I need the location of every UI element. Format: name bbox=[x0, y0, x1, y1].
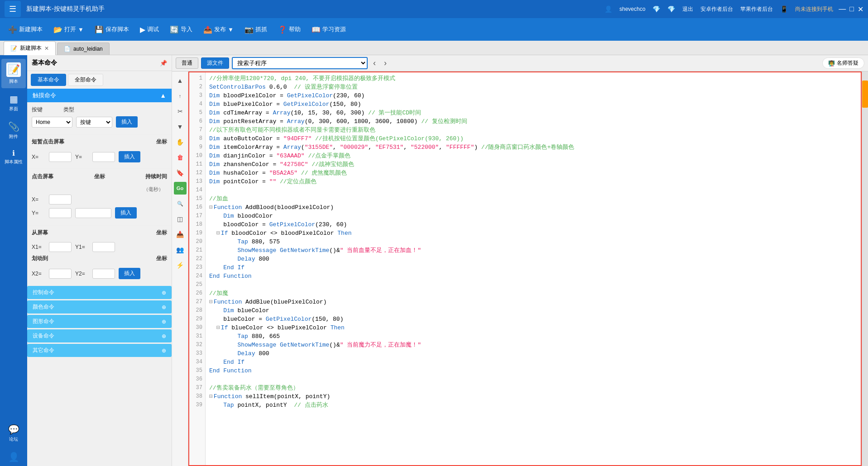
code-line-15: //加血 bbox=[209, 195, 857, 203]
code-line-34: End If bbox=[209, 358, 857, 366]
app-title: 新建脚本-按键精灵手机助手 bbox=[26, 5, 604, 13]
android-backstage-btn[interactable]: 安卓作者后台 bbox=[700, 5, 733, 13]
move-btn[interactable]: ✋ bbox=[174, 136, 187, 148]
code-line-12: Dim hushaColor = "B5A2A5" // 虎煞魔凯颜色 bbox=[209, 169, 857, 177]
swipe-y1-input[interactable]: 0 bbox=[92, 242, 115, 252]
sidebar-header: 基本命令 📌 bbox=[27, 55, 172, 71]
bookmark-btn[interactable]: 🔖 bbox=[174, 166, 187, 179]
save-btn[interactable]: 💾 保存脚本 bbox=[90, 23, 134, 37]
touch-section-header[interactable]: 触摸命令 ▲ bbox=[27, 89, 172, 102]
group-btn[interactable]: ◫ bbox=[174, 213, 187, 225]
click-x-input[interactable]: 0 bbox=[49, 195, 72, 204]
new-script-btn[interactable]: ➕ 新建脚本 bbox=[4, 23, 47, 37]
duration-input[interactable]: 1000 bbox=[75, 208, 111, 218]
sidebar-icon-script[interactable]: 📝 脚本 bbox=[1, 59, 26, 88]
sidebar-icon-user[interactable]: 👤 bbox=[1, 448, 26, 466]
code-line-35: End Function bbox=[209, 366, 857, 375]
window-controls: — □ ✕ bbox=[839, 5, 863, 14]
scroll-up-btn[interactable]: ▲ bbox=[174, 74, 187, 87]
right-area: 普通 源文件 搜索子程序 ‹ › 👨‍🏫 名师答疑 ▲ ↑ ✂ ▼ ✋ bbox=[172, 55, 868, 466]
color-cmd-chevron-icon: ⊕ bbox=[162, 304, 166, 310]
debug-btn[interactable]: ▶ 调试 bbox=[135, 23, 163, 37]
apple-backstage-btn[interactable]: 苹果作者后台 bbox=[740, 5, 773, 13]
title-bar: ☰ 新建脚本-按键精灵手机助手 👤 shevechco 💎 💎 退出 安卓作者后… bbox=[0, 0, 868, 18]
open-btn[interactable]: 📂 打开 ▼ bbox=[49, 23, 88, 37]
code-line-38: ⊟Function sellItem(pointX, pointY) bbox=[209, 392, 857, 401]
code-line-27: ⊟Function AddBlue(bluePixelColor) bbox=[209, 298, 857, 306]
color-cmd-btn[interactable]: 颜色命令 ⊕ bbox=[27, 300, 172, 314]
pin-icon[interactable]: 📌 bbox=[160, 60, 167, 67]
swipe-y2-input[interactable]: 0 bbox=[92, 269, 115, 279]
ctrl-cmd-btn[interactable]: 控制命令 ⊕ bbox=[27, 286, 172, 299]
click-section: 点击屏幕 坐标 持续时间 （毫秒） X= 0 Y= 0 1000 插入 bbox=[27, 169, 172, 225]
source-tab-btn[interactable]: 源文件 bbox=[201, 57, 229, 69]
action-bar: ▲ ↑ ✂ ▼ ✋ 🗑 🔖 Go 🔍 ◫ 📥 👥 ⚡ bbox=[172, 71, 188, 466]
key-select[interactable]: Home bbox=[32, 117, 72, 128]
sidebar-icon-properties[interactable]: ℹ 脚本属性 bbox=[1, 145, 26, 169]
sidebar-icon-ui[interactable]: ▦ 界面 bbox=[1, 90, 26, 116]
scroll-down-btn[interactable]: ▼ bbox=[174, 120, 187, 133]
key-type-section: 按键 类型 Home 按键 插入 bbox=[27, 102, 172, 134]
normal-tab-btn[interactable]: 普通 bbox=[176, 57, 198, 69]
cut-btn[interactable]: ✂ bbox=[174, 105, 187, 118]
code-line-31: Tap 880, 665 bbox=[209, 332, 857, 341]
insert-swipe-btn[interactable]: 插入 bbox=[119, 268, 140, 279]
sidebar-icon-attachment[interactable]: 📎 附件 bbox=[1, 118, 26, 143]
code-line-22: Delay 800 bbox=[209, 255, 857, 263]
code-line-32: ShowMessage GetNetworkTime()&" 当前魔力不足，正在… bbox=[209, 341, 857, 349]
code-line-17: Dim bloodColor bbox=[209, 212, 857, 220]
tap-x-input[interactable]: 0 bbox=[49, 152, 72, 162]
exit-btn[interactable]: 退出 bbox=[682, 5, 693, 13]
go-btn[interactable]: Go bbox=[174, 182, 187, 195]
menu-icon[interactable]: ☰ bbox=[5, 1, 21, 17]
extra-action-btn[interactable]: ⚡ bbox=[174, 259, 187, 271]
next-nav-btn[interactable]: › bbox=[381, 57, 389, 69]
user-action-btn[interactable]: 👥 bbox=[174, 243, 187, 256]
close-btn[interactable]: ✕ bbox=[858, 5, 863, 14]
code-line-9: Dim itemColorArray = Array("3155DE", "00… bbox=[209, 143, 857, 152]
code-line-13: Dim pointColor = "" //定位点颜色 bbox=[209, 177, 857, 186]
delete-btn[interactable]: 🗑 bbox=[174, 151, 187, 164]
maximize-btn[interactable]: □ bbox=[849, 5, 854, 14]
sidebar-icon-forum[interactable]: 💬 论坛 bbox=[1, 420, 26, 446]
scroll-up2-btn[interactable]: ↑ bbox=[174, 90, 187, 102]
tab-auto-leidian[interactable]: 📄 auto_leidian bbox=[57, 43, 110, 55]
cmd-sections: 控制命令 ⊕ 颜色命令 ⊕ 图形命令 ⊕ 设备命令 ⊕ 其它命令 ⊕ bbox=[27, 286, 172, 358]
code-line-37: //售卖装备药水（需要至尊角色） bbox=[209, 384, 857, 392]
capture-btn[interactable]: 📷 抓抓 bbox=[240, 23, 272, 37]
swipe-x2-input[interactable]: 0 bbox=[49, 269, 72, 279]
insert-tap-btn[interactable]: 插入 bbox=[119, 151, 140, 162]
scroll-indicator[interactable] bbox=[862, 71, 868, 466]
click-y-input[interactable]: 0 bbox=[49, 208, 72, 218]
type-select[interactable]: 按键 bbox=[76, 117, 112, 128]
code-line-10: Dim dianjinColor = "63AAAD" //点金手掌颜色 bbox=[209, 152, 857, 160]
teacher-btn[interactable]: 👨‍🏫 名师答疑 bbox=[822, 57, 864, 69]
shape-cmd-btn[interactable]: 图形命令 ⊕ bbox=[27, 315, 172, 328]
insert-click-btn[interactable]: 插入 bbox=[115, 207, 137, 219]
title-right-actions: 👤 shevechco 💎 💎 退出 安卓作者后台 苹果作者后台 📱 尚未连接到… bbox=[604, 5, 833, 13]
help-btn[interactable]: ❓ 帮助 bbox=[273, 23, 305, 37]
code-line-30: ⊟If blueColor <> bluePixelColor Then bbox=[209, 323, 857, 332]
main-layout: 📝 脚本 ▦ 界面 📎 附件 ℹ 脚本属性 💬 论坛 👤 bbox=[0, 55, 868, 466]
tab-new-script[interactable]: 📝 新建脚本 ✕ bbox=[4, 41, 56, 55]
tab-close-new-script[interactable]: ✕ bbox=[44, 45, 49, 52]
cmd-tab-all[interactable]: 全部命令 bbox=[68, 74, 103, 86]
code-line-3: Dim bloodPixelColor = GetPixelColor(230,… bbox=[209, 91, 857, 100]
insert-key-btn[interactable]: 插入 bbox=[116, 116, 138, 128]
subroutine-select[interactable]: 搜索子程序 bbox=[232, 57, 368, 69]
tap-y-input[interactable]: 0 bbox=[92, 152, 115, 162]
code-line-5: Dim cdTimeArray = Array(10, 15, 30, 60, … bbox=[209, 109, 857, 117]
search-btn[interactable]: 🔍 bbox=[174, 197, 187, 210]
prev-nav-btn[interactable]: ‹ bbox=[370, 57, 379, 69]
minimize-btn[interactable]: — bbox=[839, 5, 846, 14]
import-btn[interactable]: 🔄 导入 bbox=[165, 23, 197, 37]
publish-btn[interactable]: 📤 发布 ▼ bbox=[199, 23, 238, 37]
device-cmd-btn[interactable]: 设备命令 ⊕ bbox=[27, 329, 172, 342]
code-editor[interactable]: 12345 678910 1112131415 1617181920 21222… bbox=[188, 71, 862, 466]
import-action-btn[interactable]: 📥 bbox=[174, 228, 187, 241]
code-line-6: Dim pointResetArray = Array(0, 300, 600,… bbox=[209, 117, 857, 126]
swipe-x1-input[interactable]: 0 bbox=[49, 242, 72, 252]
other-cmd-btn[interactable]: 其它命令 ⊕ bbox=[27, 344, 172, 357]
learning-btn[interactable]: 📖 学习资源 bbox=[307, 23, 350, 37]
cmd-tab-basic[interactable]: 基本命令 bbox=[31, 74, 66, 86]
